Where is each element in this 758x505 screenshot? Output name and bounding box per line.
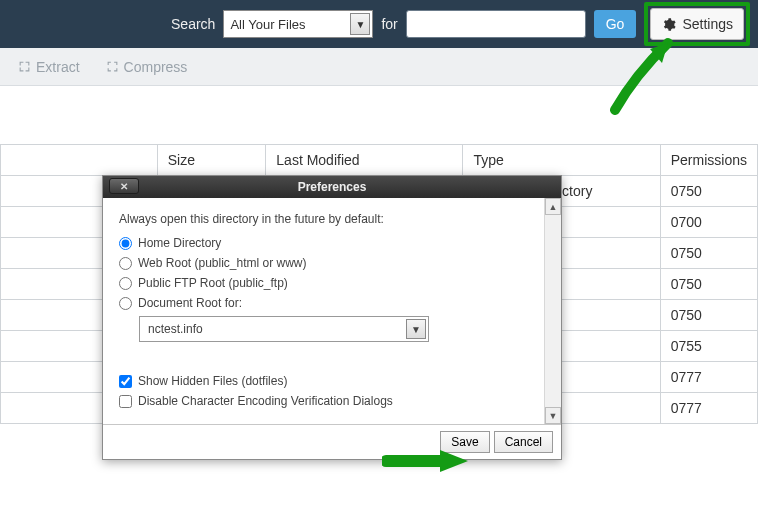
- chevron-down-icon: ▼: [406, 319, 426, 339]
- preferences-dialog: ✕ Preferences Always open this directory…: [102, 175, 562, 460]
- dialog-footer: Save Cancel: [103, 424, 561, 459]
- radio-docroot-label: Document Root for:: [138, 296, 242, 310]
- col-name[interactable]: [1, 145, 158, 176]
- compress-button[interactable]: Compress: [106, 59, 188, 75]
- radio-web-root[interactable]: [119, 257, 132, 270]
- expand-icon: [18, 60, 31, 73]
- document-root-value: nctest.info: [148, 322, 203, 336]
- settings-highlight: Settings: [644, 2, 750, 46]
- radio-webroot-label: Web Root (public_html or www): [138, 256, 307, 270]
- col-type[interactable]: Type: [463, 145, 660, 176]
- show-hidden-label: Show Hidden Files (dotfiles): [138, 374, 287, 388]
- radio-document-root[interactable]: [119, 297, 132, 310]
- extract-label: Extract: [36, 59, 80, 75]
- radio-home-label: Home Directory: [138, 236, 221, 250]
- document-root-select[interactable]: nctest.info ▼: [139, 316, 429, 342]
- checkbox-show-hidden[interactable]: [119, 375, 132, 388]
- cancel-button[interactable]: Cancel: [494, 431, 553, 453]
- compress-icon: [106, 60, 119, 73]
- compress-label: Compress: [124, 59, 188, 75]
- toolbar-secondary: Extract Compress: [0, 48, 758, 86]
- radio-home-directory[interactable]: [119, 237, 132, 250]
- col-last-modified[interactable]: Last Modified: [266, 145, 463, 176]
- chevron-down-icon: ▼: [350, 13, 370, 35]
- col-size[interactable]: Size: [157, 145, 266, 176]
- checkbox-disable-encoding-dialogs[interactable]: [119, 395, 132, 408]
- search-scope-select[interactable]: All Your Files ▼: [223, 10, 373, 38]
- dialog-title: Preferences: [298, 180, 367, 194]
- search-label: Search: [171, 16, 215, 32]
- close-icon: ✕: [120, 181, 128, 192]
- search-scope-value: All Your Files: [230, 17, 305, 32]
- go-button[interactable]: Go: [594, 10, 637, 38]
- gear-icon: [661, 17, 676, 32]
- for-label: for: [381, 16, 397, 32]
- table-header-row: Size Last Modified Type Permissions: [1, 145, 758, 176]
- settings-label: Settings: [682, 16, 733, 32]
- default-dir-label: Always open this directory in the future…: [119, 212, 528, 226]
- settings-button[interactable]: Settings: [650, 8, 744, 40]
- extract-button[interactable]: Extract: [18, 59, 80, 75]
- scroll-up-icon[interactable]: ▲: [545, 198, 561, 215]
- radio-ftp-root[interactable]: [119, 277, 132, 290]
- radio-ftproot-label: Public FTP Root (public_ftp): [138, 276, 288, 290]
- col-permissions[interactable]: Permissions: [660, 145, 757, 176]
- topbar: Search All Your Files ▼ for Go Settings: [0, 0, 758, 48]
- save-button[interactable]: Save: [440, 431, 489, 453]
- dialog-titlebar[interactable]: ✕ Preferences: [103, 176, 561, 198]
- disable-encoding-label: Disable Character Encoding Verification …: [138, 394, 393, 408]
- close-button[interactable]: ✕: [109, 178, 139, 194]
- dialog-scrollbar[interactable]: ▲ ▼: [544, 198, 561, 424]
- search-input[interactable]: [406, 10, 586, 38]
- scroll-down-icon[interactable]: ▼: [545, 407, 561, 424]
